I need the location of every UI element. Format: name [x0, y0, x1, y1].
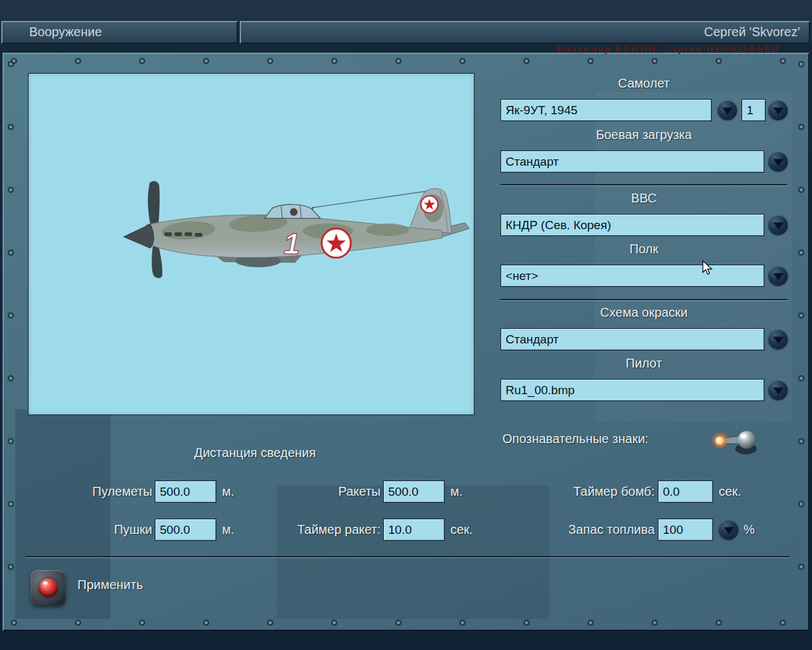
airforce-select-value: КНДР (Сев. Корея) — [501, 215, 764, 235]
main-panel: 1 Самолет Як-9УТ, 1945 1 — [3, 53, 809, 631]
bomb-timer-unit: сек. — [719, 481, 741, 503]
toggle-switch-icon — [708, 423, 763, 459]
chevron-down-icon — [773, 273, 783, 280]
pilot-select-value: Ru1_00.bmp — [501, 380, 764, 401]
aircraft-select[interactable]: Як-9УТ, 1945 — [501, 99, 712, 121]
fuel-arrow-button[interactable] — [719, 520, 738, 540]
apply-button[interactable] — [30, 570, 66, 606]
aircraft-preview: 1 — [28, 73, 475, 415]
chevron-down-icon — [723, 107, 733, 114]
button-glint — [43, 581, 48, 585]
background-art — [277, 486, 549, 619]
fuel-input[interactable] — [658, 519, 713, 541]
loadout-label: Боевая загрузка — [501, 128, 787, 142]
cannons-label: Пушки — [65, 519, 152, 541]
player-name: Сергей 'Skvorez' — [704, 25, 800, 39]
aircraft-select-value: Як-9УТ, 1945 — [501, 100, 711, 121]
chevron-down-icon — [773, 222, 783, 229]
machineguns-label: Пулеметы — [65, 481, 152, 503]
player-name-bar: Сергей 'Skvorez' — [240, 21, 810, 44]
apply-label: Применить — [77, 578, 143, 592]
divider — [25, 556, 789, 557]
convergence-title: Дистанция сведения — [103, 446, 407, 460]
paint-scheme-label: Схема окраски — [501, 305, 787, 320]
aircraft-select-arrow-button[interactable] — [717, 100, 737, 120]
aircraft-count-value: 1 — [742, 100, 765, 121]
chevron-down-icon — [773, 159, 783, 166]
paint-scheme-select[interactable]: Стандарт — [501, 328, 764, 350]
machineguns-convergence-input[interactable] — [155, 481, 216, 503]
aircraft-image: 1 — [29, 74, 474, 415]
loadout-select-arrow-button[interactable] — [768, 152, 788, 171]
divider — [501, 184, 787, 185]
paint-scheme-select-value: Стандарт — [501, 329, 764, 350]
loadout-select[interactable]: Стандарт — [501, 150, 764, 173]
rockets-unit: м. — [450, 481, 462, 503]
aircraft-count-field[interactable]: 1 — [742, 99, 766, 121]
airforce-select[interactable]: КНДР (Сев. Корея) — [501, 214, 764, 236]
fuel-label: Запас топлива — [547, 519, 655, 541]
bomb-timer-label: Таймер бомб: — [553, 481, 655, 503]
aircraft-count-arrow-button[interactable] — [768, 100, 788, 120]
red-button-icon — [39, 578, 58, 597]
pilot-select-arrow-button[interactable] — [768, 380, 788, 400]
rivet-col-left — [7, 60, 15, 623]
fuselage-star-roundel — [322, 229, 351, 258]
rocket-timer-label: Таймер ракет: — [280, 519, 381, 541]
rockets-label: Ракеты — [306, 481, 381, 503]
markings-toggle[interactable] — [708, 423, 763, 459]
aircraft-label: Самолет — [501, 76, 787, 91]
rockets-convergence-input[interactable] — [383, 481, 445, 503]
top-bar: Вооружение Сергей 'Skvorez' — [0, 0, 812, 44]
airforce-label: ВВС — [501, 191, 787, 206]
loadout-select-value: Стандарт — [501, 151, 764, 172]
chevron-down-icon — [773, 336, 783, 343]
armament-screen: Вооружение Сергей 'Skvorez' Владимир КУН… — [0, 0, 812, 650]
markings-label: Опознавательные знаки: — [502, 432, 648, 446]
regiment-select-value: <нет> — [501, 265, 764, 286]
bomb-timer-input[interactable] — [658, 481, 713, 503]
divider — [501, 299, 787, 300]
rivet-row-bottom — [10, 619, 802, 627]
rocket-timer-input[interactable] — [383, 519, 445, 541]
regiment-select[interactable]: <нет> — [501, 265, 764, 287]
rocket-timer-unit: сек. — [450, 519, 473, 541]
background-credit-text: Владимир КУНИН, Сергей ПРОКОФЬЕВ — [557, 44, 779, 55]
rivet-row-top — [10, 57, 802, 65]
chevron-down-icon — [724, 527, 734, 534]
pilot-select[interactable]: Ru1_00.bmp — [501, 379, 764, 401]
cannons-convergence-input[interactable] — [155, 519, 216, 541]
airforce-select-arrow-button[interactable] — [768, 215, 788, 235]
chevron-down-icon — [773, 387, 783, 394]
rivet-col-right — [797, 60, 805, 623]
machineguns-unit: м. — [222, 481, 234, 503]
regiment-select-arrow-button[interactable] — [768, 266, 788, 286]
tail-star-roundel — [421, 196, 438, 213]
chevron-down-icon — [773, 107, 783, 114]
cannons-unit: м. — [222, 519, 234, 541]
tab-armament-label: Вооружение — [29, 25, 102, 39]
paint-scheme-select-arrow-button[interactable] — [768, 329, 788, 349]
regiment-label: Полк — [501, 242, 787, 256]
pilot-label: Пилот — [501, 356, 787, 371]
fuel-unit: % — [743, 519, 755, 541]
aircraft-tactical-number: 1 — [284, 227, 300, 260]
tab-armament[interactable]: Вооружение — [1, 21, 238, 44]
